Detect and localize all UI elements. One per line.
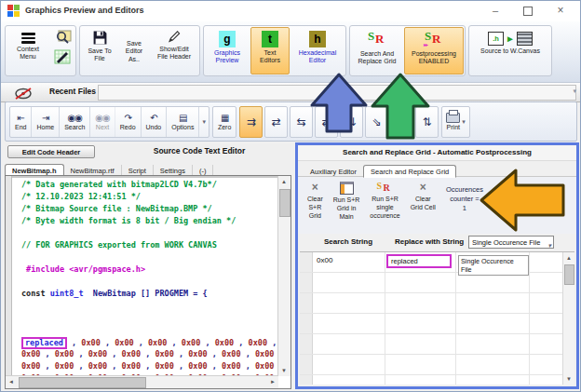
clear-s-r-grid-button[interactable]: ×Clear S+R Grid: [307, 182, 323, 220]
mode-cell[interactable]: [456, 293, 530, 313]
grid-body: 0x00replacedSingle Occurence File: [300, 252, 574, 385]
arrow-tool-icon: ⇅: [423, 115, 432, 128]
show-edit-file-header-button[interactable]: Show/Edit File Header: [150, 27, 198, 74]
edbar-end-button[interactable]: ⇤End: [10, 107, 32, 137]
arrow-tool-button-2[interactable]: ⇄: [264, 106, 288, 138]
arrow-tool-button-4[interactable]: ⇄: [315, 106, 338, 138]
source-to-wcanvas-button[interactable]: .h ► Source to W.Canvas: [470, 27, 550, 74]
mode-cell[interactable]: [456, 375, 530, 385]
save-to-file-button[interactable]: Save To File: [81, 27, 118, 74]
vscroll-thumb[interactable]: [279, 189, 290, 217]
print-button[interactable]: Print ▾: [441, 106, 470, 138]
code-hscrollbar[interactable]: ◄ ►: [6, 375, 278, 388]
search-and-replace-grid-button[interactable]: S R Search And Replace Grid: [351, 27, 403, 74]
replace-cell[interactable]: [385, 375, 456, 385]
options-chevron-icon[interactable]: ▾: [199, 118, 209, 126]
row-header-cell[interactable]: [300, 375, 313, 385]
arrow-tool-button-6[interactable]: ⇘: [365, 106, 388, 138]
eye-slash-icon[interactable]: [14, 87, 34, 98]
code-editor[interactable]: /* Data generated with bitmap2LCD V4.7b*…: [5, 175, 291, 389]
run-s-r-grid-in-main-button[interactable]: Run S+R Grid in Main: [333, 182, 360, 221]
zoom-pen-button[interactable]: [50, 27, 74, 74]
minimize-button[interactable]: –: [481, 1, 509, 21]
tab-search-and-replace-grid[interactable]: Search and Replace Grid: [363, 165, 456, 178]
code-vscrollbar[interactable]: ▲ ▼: [277, 176, 290, 376]
search-cell[interactable]: 0x00: [313, 252, 385, 272]
edit-code-header-button[interactable]: Edit Code Header: [7, 145, 95, 158]
code-token: NewBitmap [] PROGMEM = {: [93, 289, 208, 298]
mode-cell[interactable]: [456, 273, 530, 292]
scroll-down-icon[interactable]: ▼: [281, 368, 287, 373]
edbar-options-button[interactable]: ▤Options: [167, 107, 199, 137]
scroll-left-icon[interactable]: ◄: [8, 379, 14, 385]
arrow-tool-button-3[interactable]: ⇆: [290, 106, 313, 138]
tab-auxiliary-editor[interactable]: Auxiliary Editor: [304, 166, 363, 177]
arrow-tool-button-8[interactable]: ⇅: [415, 106, 439, 138]
pencil-icon: [168, 30, 181, 44]
mode-cell[interactable]: [456, 334, 530, 354]
text-editors-button[interactable]: t Text Editors: [250, 27, 290, 74]
edbar-next-button[interactable]: ◉◉Next: [90, 107, 115, 137]
search-cell[interactable]: [313, 334, 385, 354]
code-token: 0x00: [122, 361, 141, 371]
zero-button[interactable]: ▦ Zero: [213, 107, 236, 137]
replace-cell[interactable]: [385, 273, 456, 292]
code-content[interactable]: /* Data generated with bitmap2LCD V4.7b*…: [12, 178, 278, 376]
arrow-tool-button-5[interactable]: ⇊: [340, 106, 363, 138]
save-editor-as-button[interactable]: Save Editor As..: [119, 27, 149, 74]
hexadecimal-editor-label: Hexadecimal Editor: [299, 49, 336, 65]
context-menu-button[interactable]: Context Menu: [7, 27, 49, 74]
row-header-cell[interactable]: [300, 293, 313, 313]
edbar-search-button[interactable]: ◉◉Search: [60, 107, 90, 137]
run-s-r-single-occurence-button[interactable]: SRRun S+R single occurence: [370, 182, 399, 220]
grid-scroll-up-icon[interactable]: ▲: [566, 255, 572, 261]
graphics-preview-button[interactable]: g Graphics Preview: [205, 27, 250, 74]
grid-scroll-down-icon[interactable]: ▼: [566, 376, 572, 382]
recent-files-bar[interactable]: Recent Files > ▾: [1, 83, 580, 102]
grid-row: [300, 334, 574, 355]
edbar-undo-button[interactable]: ↶Undo: [142, 107, 168, 137]
mode-dropdown[interactable]: Single Occurence File ▾: [468, 236, 554, 249]
arrow-tool-button-1[interactable]: ⇉: [239, 106, 263, 138]
row-header-cell[interactable]: [300, 273, 313, 292]
close-button[interactable]: ×: [547, 1, 574, 21]
search-cell[interactable]: [313, 293, 385, 313]
edbar-home-button[interactable]: ⇥Home: [32, 107, 60, 137]
tool-label: Clear S+R Grid: [307, 196, 323, 220]
replace-cell[interactable]: [385, 293, 456, 313]
mode-cell[interactable]: [456, 314, 530, 333]
recent-files-field[interactable]: [98, 85, 576, 101]
button-label: End: [15, 124, 26, 130]
row-header-cell[interactable]: [300, 334, 313, 354]
grid-vscrollbar[interactable]: ▲ ▼: [562, 252, 574, 385]
row-header-cell[interactable]: [300, 355, 313, 374]
replace-cell[interactable]: [385, 314, 456, 333]
arrow-tool-button-7[interactable]: ⇈: [390, 106, 413, 138]
row-header-cell[interactable]: [300, 314, 313, 333]
clear-grid-cell-button[interactable]: ×Clear Grid Cell: [411, 182, 436, 212]
undo-icon: ↶: [150, 113, 156, 123]
recent-files-label[interactable]: Recent Files >: [49, 87, 102, 96]
replace-cell[interactable]: [385, 355, 456, 374]
code-line: /* Data generated with bitmap2LCD V4.7b*…: [21, 180, 278, 192]
search-cell[interactable]: [313, 314, 385, 333]
print-chevron-icon[interactable]: ▾: [462, 118, 466, 126]
hscroll-thumb[interactable]: [19, 377, 146, 388]
grid-vscroll-thumb[interactable]: [564, 264, 574, 285]
search-cell[interactable]: [313, 355, 385, 374]
mode-cell[interactable]: Single Occurence File: [456, 252, 530, 272]
search-cell[interactable]: [313, 273, 385, 292]
search-cell[interactable]: [313, 375, 385, 385]
chevron-down-icon[interactable]: ▾: [573, 88, 576, 95]
postprocessing-enabled-button[interactable]: S R ▸▸ Postprocessing ENABLED: [404, 27, 464, 74]
hexadecimal-editor-button[interactable]: h Hexadecimal Editor: [290, 27, 345, 74]
mode-cell[interactable]: [456, 355, 530, 374]
code-token: /* 12.10.2023 12:41:51 */: [21, 192, 141, 201]
edbar-redo-button[interactable]: ↷Redo: [115, 107, 142, 137]
scroll-right-icon[interactable]: ►: [270, 379, 276, 385]
replace-cell[interactable]: [385, 334, 456, 354]
row-header-cell[interactable]: [300, 252, 313, 272]
maximize-button[interactable]: [514, 1, 542, 21]
scroll-up-icon[interactable]: ▲: [281, 179, 287, 184]
replace-cell[interactable]: replaced: [385, 252, 456, 272]
